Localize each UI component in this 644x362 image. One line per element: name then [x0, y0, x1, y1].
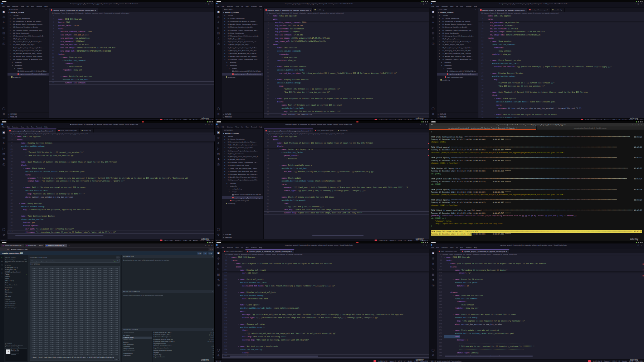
code-line[interactable]: 13 tasks: [264, 43, 429, 46]
code-viewport[interactable]: 8 scp_username: nw_automation 9 scp_pass… [478, 21, 644, 118]
editor-tab[interactable]: capstone_project_3_automated_ios_upgrade… [264, 129, 313, 132]
explorer-item[interactable]: c8000v-universalk9.17.09.05a.SPA.bin [222, 193, 263, 196]
search-icon[interactable]: ◎ [432, 256, 434, 261]
testing-icon[interactable]: ⚗ [3, 36, 5, 42]
explorer-item[interactable]: ▸ 06_Using_Conditionals [222, 152, 263, 155]
code-line[interactable]: 64 cisco.ios.ios_facts: [264, 151, 429, 154]
code-line[interactable]: 28 - "New IOS Version is: {{ new_ios_ver… [8, 154, 215, 157]
editor-tab[interactable]: ansible.cfg [336, 129, 351, 132]
test-string-area[interactable]: ..Done! (verify /md5 (bootflash:c8000v-u… [30, 266, 120, 361]
explorer-item[interactable]: ▾ playbooks [437, 64, 478, 67]
menu-item[interactable]: Go [456, 5, 458, 7]
code-line[interactable]: 74 vars: [264, 183, 429, 186]
code-line[interactable]: 24 - name: Display Current Version [264, 78, 429, 81]
explorer-icon[interactable]: ▣ [432, 251, 434, 256]
code-line[interactable]: 19 [264, 62, 429, 65]
code-line[interactable]: 121 ansible.builtin.debug: [222, 294, 429, 297]
menu-item[interactable]: Selection [12, 126, 18, 128]
code-line[interactable]: 32 - name: Slack Update [8, 167, 215, 170]
explorer-item[interactable]: ▸ 05_Capstone_Project_Configuration_Bac.… [222, 149, 263, 152]
menu-item[interactable]: Help [44, 126, 48, 128]
menu-item[interactable]: Run [246, 5, 249, 7]
reference-search[interactable]: ⌕ Search reference [122, 332, 152, 334]
code-line[interactable]: 39 ansible.builtin.fail: [8, 189, 215, 192]
code-viewport[interactable]: 63 - name: Gather all legacy facts 64 ci… [264, 148, 429, 239]
editor-tab[interactable]: capstone_project_3_automated_ios_upgrade… [49, 8, 98, 12]
explorer-item[interactable]: ▾ playbooks [8, 64, 49, 67]
explorer-icon[interactable]: ▣ [217, 9, 220, 15]
explorer-item[interactable]: ▸ .vscode [222, 14, 263, 17]
code-line[interactable]: 17 - show version [478, 49, 644, 53]
code-line[interactable]: 38 ansible.builtin.fail: [478, 116, 644, 119]
match-info-header[interactable]: MATCH INFORMATION⌄ [122, 290, 215, 293]
status-segment[interactable]: Python 3.10 [635, 360, 643, 362]
explorer-item[interactable]: ▾ playbooks [222, 184, 263, 187]
code-line[interactable]: 18 register: show_ver [478, 53, 644, 56]
code-line[interactable]: 126 vars: [222, 310, 429, 313]
window-controls[interactable]: ─ ▢ ✕ [205, 124, 213, 125]
code-line[interactable]: 34 msg: "Current IOS Version is already … [264, 110, 429, 113]
explorer-more-icon[interactable]: ⋯ [260, 9, 262, 10]
explorer-item[interactable]: ▸ 02_Introduction_to_Ansible_for_Networ.… [222, 140, 263, 143]
menu-item[interactable]: File [2, 5, 5, 7]
code-line[interactable]: 13 tasks: [49, 53, 215, 56]
editor-tab[interactable]: capstone_project_3_automated_ios_upgrade… [264, 8, 313, 12]
explorer-item[interactable]: ▸ 12_Managing_Task_Execution_with_Bloc..… [222, 49, 263, 52]
settings-gear-icon[interactable]: ⚙ [217, 353, 220, 358]
code-line[interactable]: 17 - show version [49, 65, 215, 68]
explorer-icon[interactable]: ▣ [217, 130, 220, 135]
code-line[interactable]: 117 ansible.builtin.set_fact: [222, 281, 429, 284]
flavor-option[interactable]: Regex Flavor Guide [5, 284, 27, 286]
code-line[interactable]: 125 ansible.builtin.include_tasks: slack… [222, 307, 429, 310]
ansible-icon[interactable]: Ⓐ [217, 162, 220, 168]
source-control-icon[interactable]: ⋔ [432, 20, 434, 25]
code-viewport[interactable]: 1 --- 2 - name: C8K1 IOS Upgrade 3 hosts… [49, 14, 215, 118]
search-icon[interactable]: ◎ [3, 135, 5, 141]
code-line[interactable]: 31 block: [264, 100, 429, 103]
menu-item[interactable]: Go [241, 5, 243, 7]
breadcrumb[interactable]: 15_Capstone_Project_3_Automated_IOS_Upgr… [264, 12, 429, 14]
code-line[interactable]: 37 - name: Fail if Versions are equal or… [478, 113, 644, 116]
code-line[interactable]: 79 ansible.builtin.assert: [264, 199, 429, 202]
code-line[interactable]: 26 msg: [478, 78, 644, 81]
problems-counter[interactable]: ⊘ 0 △ 0 [216, 360, 221, 362]
browser-tab[interactable]: Where work happens | Sl... [1, 244, 24, 247]
code-line[interactable]: 128 status_type: "{{ (calculated_md5_has… [222, 316, 429, 319]
explorer-item[interactable]: ▸ 08_RegEx_and_Parsers [437, 38, 478, 40]
editor-tab[interactable]: capstone_project_3_automated_ios_upgrade… [478, 8, 527, 12]
code-line[interactable]: 41 when: current_ios_version >= new_ios_… [8, 196, 215, 199]
code-line[interactable]: 48 cisco.ios.ios_config: [8, 218, 215, 221]
menu-item[interactable]: Selection [12, 5, 18, 7]
breadcrumb[interactable]: 15_Capstone_Project_3_Automated_IOS_Upgr… [437, 253, 644, 256]
explorer-item[interactable]: ▸ 13_Reusable_Automation_with_Collectio.… [8, 52, 49, 55]
explorer-item[interactable]: ▸ 02_Introduction_to_Ansible_for_Networ.… [222, 20, 263, 23]
explorer-item[interactable]: ▸ 09_Capstone_Project_2_Automated_Loc... [222, 40, 263, 43]
window-controls[interactable]: ─ ▢ ✕ [420, 244, 428, 246]
testing-icon[interactable]: ⚗ [3, 157, 5, 162]
code-line[interactable]: 12 new_image_md5: 8df1fb12978e47dfa64af0… [49, 49, 215, 53]
explorer-item[interactable]: ▾ 15_Capstone_Project_3_Automated_IOS... [222, 179, 263, 182]
window-controls[interactable]: ─ ▢ ✕ [635, 244, 643, 246]
heart-icon[interactable]: ♡ [1, 276, 3, 278]
menu-item[interactable]: Selection [227, 247, 233, 248]
code-line[interactable]: 33 ansible.builtin.include_tasks: slack_… [8, 170, 215, 173]
code-line[interactable]: 21 ansible.builtin.set_fact: [478, 62, 644, 65]
explorer-item[interactable]: ▸ config_backup [222, 187, 263, 190]
ansible-icon[interactable]: Ⓐ [432, 283, 435, 288]
ansible-icon[interactable]: Ⓐ [217, 283, 220, 288]
code-line[interactable]: 135 success_msg: "MD5 hash is matching, … [222, 338, 429, 342]
code-line[interactable]: 114 var: md5_result [222, 271, 429, 275]
editor-tab[interactable]: slack_notifications.yaml [313, 129, 336, 132]
menu-item[interactable]: Terminal [36, 5, 42, 7]
explorer-icon[interactable]: ▣ [432, 9, 434, 15]
menu-item[interactable]: Run [31, 5, 34, 7]
explorer-item[interactable]: ▸ 03_Ansible_Basics_Configuration_Invent… [222, 23, 263, 26]
code-line[interactable]: 161 ansible.builtin.pause: [437, 281, 644, 284]
code-line[interactable]: 136 [222, 342, 429, 345]
flag-icon[interactable]: ⚑ [117, 260, 118, 262]
code-line[interactable]: 168 - show version [437, 303, 644, 307]
code-line[interactable]: 26 msg: [8, 148, 215, 151]
code-line[interactable]: 33 ansible.builtin.fail: [264, 107, 429, 110]
source-control-icon[interactable]: ⋔ [217, 141, 219, 146]
explorer-item[interactable]: ▾ images [437, 67, 478, 69]
